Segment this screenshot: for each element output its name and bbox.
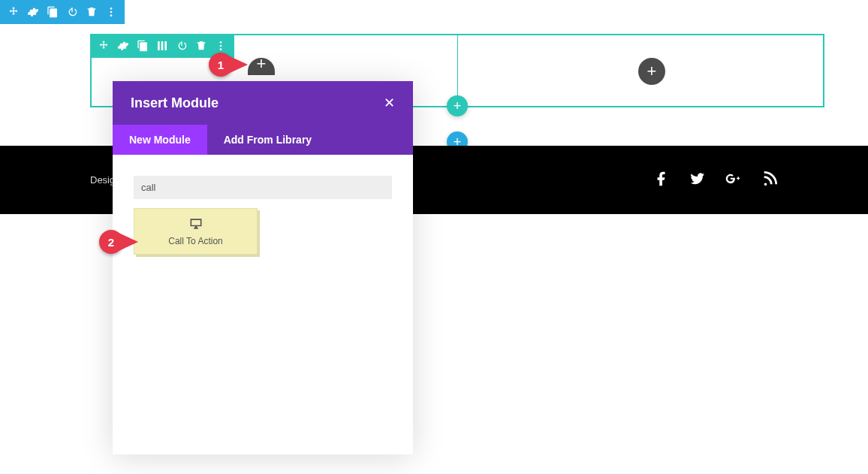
columns-icon[interactable] [153,37,171,55]
twitter-icon[interactable] [689,171,706,190]
svg-point-3 [220,41,222,44]
svg-point-1 [110,11,113,14]
tab-new-module[interactable]: New Module [113,125,207,155]
rss-icon[interactable] [761,171,778,190]
arrow-icon [117,232,138,252]
clone-icon[interactable] [44,3,62,21]
footer-text: Desig [90,174,115,186]
modal-body: Call To Action [113,155,413,454]
svg-point-4 [220,45,222,47]
annotation-1: 1 [209,53,248,77]
modal-titlebar: Insert Module ✕ [113,81,413,125]
add-module-button[interactable]: + [638,58,665,85]
modal-title: Insert Module [131,95,219,111]
svg-point-2 [110,14,113,17]
arrow-icon [227,55,248,74]
power-icon[interactable] [173,37,191,55]
annotation-2: 2 [99,230,138,254]
move-icon[interactable] [5,3,23,21]
googleplus-icon[interactable] [725,171,742,190]
svg-point-0 [110,8,113,10]
facebook-icon[interactable] [653,171,670,190]
close-icon[interactable]: ✕ [384,95,395,111]
gear-icon[interactable] [114,37,132,55]
power-icon[interactable] [63,3,81,21]
module-label: Call To Action [168,236,223,246]
svg-point-5 [220,48,222,50]
trash-icon[interactable] [192,37,210,55]
trash-icon[interactable] [83,3,101,21]
add-row-button[interactable]: + [447,95,468,116]
more-icon[interactable] [102,3,120,21]
search-input[interactable] [134,176,392,199]
gear-icon[interactable] [24,3,42,21]
tab-add-from-library[interactable]: Add From Library [207,125,328,155]
modal-tabs: New Module Add From Library [113,125,413,155]
social-icons [653,171,778,190]
move-icon[interactable] [95,37,113,55]
insert-module-modal: Insert Module ✕ New Module Add From Libr… [113,81,413,454]
cta-icon [188,216,203,231]
clone-icon[interactable] [134,37,152,55]
section-toolbar [0,0,125,24]
module-call-to-action[interactable]: Call To Action [134,208,258,255]
